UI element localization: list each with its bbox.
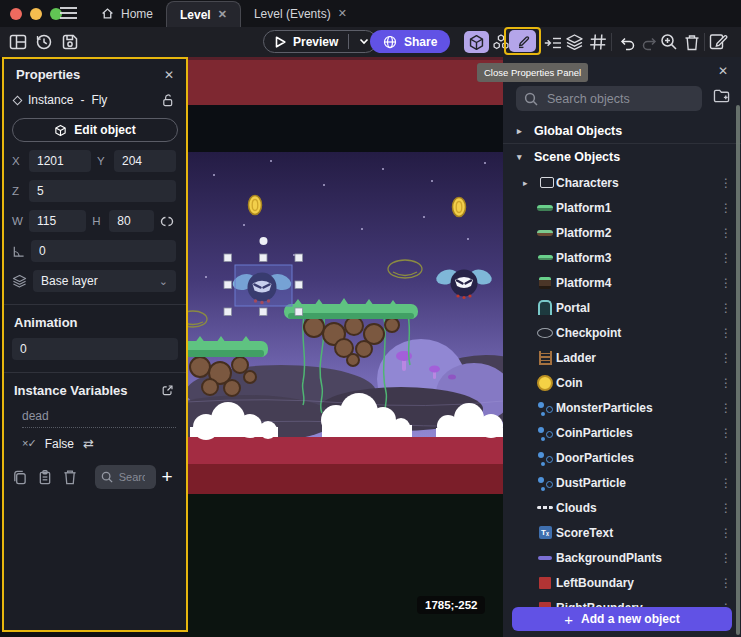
objects-search-input[interactable] [545,91,694,107]
coin[interactable] [249,196,262,215]
tab-level-events[interactable]: Level (Events) ✕ [241,0,360,27]
objects-scrollbar[interactable] [736,105,740,635]
item-menu-icon[interactable]: ⋮ [720,451,732,465]
edit-properties-button[interactable] [509,30,536,52]
toggle-panels-button[interactable] [8,32,28,52]
object-list-item[interactable]: LeftBoundary ⋮ [503,570,741,595]
preview-button[interactable]: Preview [263,30,377,53]
save-button[interactable] [60,32,80,52]
edit-scene-events-button[interactable] [709,31,729,51]
object-list-item[interactable]: CoinParticles ⋮ [503,420,741,445]
object-list-item[interactable]: MonsterParticles ⋮ [503,395,741,420]
object-list-item[interactable]: Platform2 ⋮ [503,220,741,245]
item-menu-icon[interactable]: ⋮ [720,176,732,190]
width-field[interactable] [29,210,86,232]
instances-list-icon [544,35,562,51]
variable-value[interactable]: False [45,437,74,451]
share-button[interactable]: Share [370,30,450,53]
item-menu-icon[interactable]: ⋮ [720,551,732,565]
zoom-in-icon [660,33,678,51]
platform-icon [537,225,553,241]
properties-panel: Properties ✕ Instance - Fly Edit object … [2,57,188,632]
object-list-item[interactable]: Platform3 ⋮ [503,245,741,270]
object-list-item[interactable]: Checkpoint ⋮ [503,320,741,345]
toggle-3d-view-button[interactable] [464,31,489,53]
grid-button[interactable] [588,32,608,52]
object-list-item[interactable]: Platform4 ⋮ [503,270,741,295]
history-button[interactable] [34,32,54,52]
item-menu-icon[interactable]: ⋮ [720,526,732,540]
zoom-in-button[interactable] [659,32,679,52]
copy-variable-icon[interactable] [12,467,38,487]
variables-search-input[interactable] [95,465,156,489]
item-menu-icon[interactable]: ⋮ [720,426,732,440]
add-variable-button[interactable]: + [156,466,178,488]
item-menu-icon[interactable]: ⋮ [720,476,732,490]
delete-button[interactable] [682,32,702,52]
global-objects-group[interactable]: ▸ Global Objects [503,118,741,144]
tab-home[interactable]: Home [88,0,166,27]
object-list-item[interactable]: Coin ⋮ [503,370,741,395]
collapsed-arrow-icon: ▸ [517,126,525,136]
rotate-handle[interactable] [260,237,268,245]
object-list-item[interactable]: Portal ⋮ [503,295,741,320]
paste-variable-icon[interactable] [38,467,64,487]
item-menu-icon[interactable]: ⋮ [720,376,732,390]
item-menu-icon[interactable]: ⋮ [720,351,732,365]
x-field[interactable] [29,150,91,172]
redo-button[interactable] [639,33,659,53]
object-list-item[interactable]: Platform1 ⋮ [503,195,741,220]
item-menu-icon[interactable]: ⋮ [720,326,732,340]
object-list-item[interactable]: Ladder ⋮ [503,345,741,370]
variable-name[interactable]: dead [22,409,176,428]
animation-field[interactable] [12,338,178,360]
object-list-item[interactable]: DoorParticles ⋮ [503,445,741,470]
item-menu-icon[interactable]: ⋮ [720,251,732,265]
undo-button[interactable] [617,33,637,53]
height-field[interactable] [109,210,154,232]
object-list-item[interactable]: ▸ Characters ⋮ [503,170,741,195]
scene-canvas[interactable] [186,57,503,637]
close-tab-icon[interactable]: ✕ [218,9,227,20]
item-menu-icon[interactable]: ⋮ [720,201,732,215]
y-field[interactable] [114,150,176,172]
item-menu-icon[interactable]: ⋮ [720,576,732,590]
close-window-icon[interactable] [10,8,22,20]
instance-icon [13,95,23,105]
item-menu-icon[interactable]: ⋮ [720,226,732,240]
coin[interactable] [453,198,466,217]
toggle-value-icon[interactable]: ⇄ [83,436,94,451]
title-bar: Home Level ✕ Level (Events) ✕ [0,0,741,27]
object-list-item[interactable]: ScoreText ⋮ [503,520,741,545]
collapsed-arrow-icon[interactable]: ▸ [523,178,528,188]
instances-list-button[interactable] [543,33,563,53]
add-folder-icon[interactable] [713,88,731,104]
add-new-object-button[interactable]: + Add a new object [512,607,732,631]
minimize-window-icon[interactable] [30,8,42,20]
item-menu-icon[interactable]: ⋮ [720,501,732,515]
object-list-item[interactable]: DustParticle ⋮ [503,470,741,495]
object-list-item[interactable]: BackgroundPlants ⋮ [503,545,741,570]
lock-instance-icon[interactable] [161,93,174,107]
link-dimensions-icon[interactable] [160,214,176,229]
scene-objects-group[interactable]: ▾ Scene Objects [503,144,741,170]
angle-icon [12,245,25,258]
close-tab-icon[interactable]: ✕ [338,8,347,19]
close-objects-panel-icon[interactable]: ✕ [718,64,728,78]
item-menu-icon[interactable]: ⋮ [720,401,732,415]
layers-panel-button[interactable] [564,32,584,52]
expanded-arrow-icon: ▾ [517,152,525,162]
menu-icon[interactable] [60,6,77,20]
delete-variable-icon[interactable] [63,467,89,487]
z-field[interactable] [29,180,176,202]
close-properties-icon[interactable]: ✕ [164,68,174,82]
angle-field[interactable] [31,240,176,262]
item-menu-icon[interactable]: ⋮ [720,301,732,315]
edit-object-button[interactable]: Edit object [12,118,178,142]
tab-level[interactable]: Level ✕ [166,1,241,27]
open-variables-editor-icon[interactable] [161,384,174,397]
object-list-item[interactable]: Clouds ⋮ [503,495,741,520]
objects-search-box[interactable] [516,86,702,111]
layer-select[interactable]: Base layer ⌄ [33,270,176,292]
item-menu-icon[interactable]: ⋮ [720,276,732,290]
